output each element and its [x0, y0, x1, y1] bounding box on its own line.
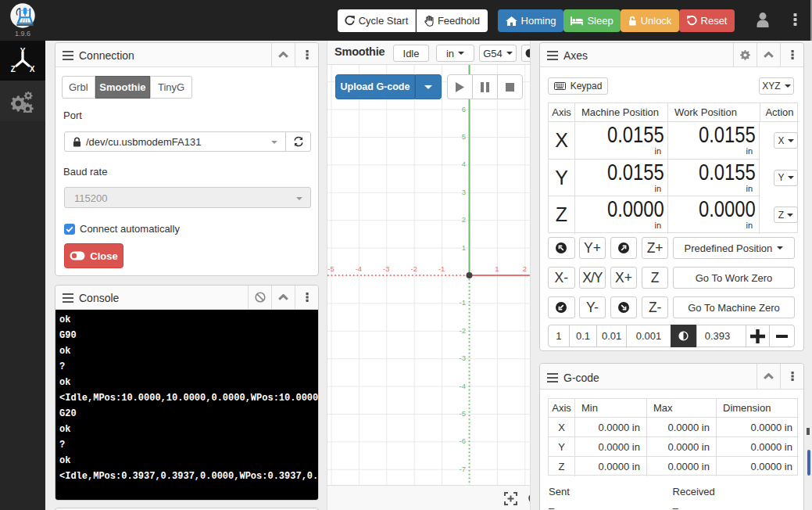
- svg-text:-6: -6: [460, 436, 466, 445]
- svg-text:6: 6: [462, 105, 466, 113]
- svg-text:5: 5: [462, 132, 466, 141]
- svg-text:Y: Y: [20, 47, 26, 56]
- svg-text:-1: -1: [438, 264, 445, 273]
- svg-text:2: 2: [523, 264, 527, 273]
- svg-text:-5: -5: [460, 409, 466, 418]
- svg-text:Z: Z: [11, 65, 16, 74]
- svg-text:1: 1: [462, 243, 466, 252]
- svg-text:-4: -4: [460, 382, 466, 390]
- svg-text:-1: -1: [460, 298, 466, 307]
- svg-text:-3: -3: [460, 354, 466, 362]
- svg-text:-5: -5: [327, 264, 334, 273]
- svg-text:X: X: [30, 65, 35, 74]
- svg-text:-7: -7: [460, 465, 466, 473]
- svg-text:-3: -3: [383, 264, 389, 273]
- svg-text:-2: -2: [410, 264, 417, 273]
- svg-text:-4: -4: [356, 264, 362, 273]
- svg-text:4: 4: [462, 160, 466, 168]
- svg-text:1: 1: [495, 264, 499, 273]
- svg-text:2: 2: [462, 215, 466, 224]
- svg-text:3: 3: [462, 188, 466, 196]
- svg-text:-2: -2: [460, 326, 466, 335]
